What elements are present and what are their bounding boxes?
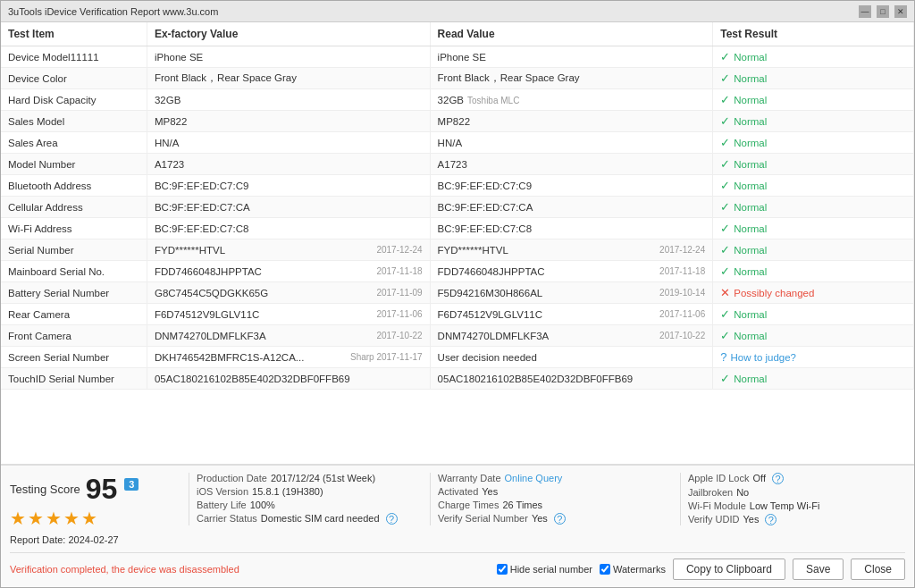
table-row: Hard Disk Capacity32GB32GBToshiba MLC✓No… [1,89,914,111]
cell-test-item: Model Number [1,154,147,175]
table-row: Sales AreaHN/AHN/A✓Normal [1,132,914,154]
result-normal: ✓Normal [720,307,906,321]
watermarks-label[interactable]: Watermarks [600,564,666,575]
info-key: Battery Life [197,500,247,510]
cell-test-item: Device Color [1,68,147,89]
check-icon: ✓ [720,136,730,149]
cell-test-result: ✓Normal [713,175,914,197]
cell-test-result: ✓Normal [713,239,914,261]
result-normal: ✓Normal [720,243,906,256]
cell-ex-factory: A1723 [147,154,430,175]
info-row: Production Date 2017/12/24 (51st Week) [197,473,423,483]
cell-read-value: BC:9F:EF:ED:C7:C9 [430,175,713,197]
table-row: Mainboard Serial No.FDD7466048JHPPTAC201… [1,261,914,282]
score-section: Testing Score 95 3 ★★★★★ Report Date: 20… [10,473,189,545]
info-row: Jailbroken No [688,487,914,498]
table-row: Screen Serial NumberDKH746542BMFRC1S-A12… [1,347,914,368]
cell-test-item: Mainboard Serial No. [1,261,147,282]
table-row: Cellular AddressBC:9F:EF:ED:C7:CABC:9F:E… [1,197,914,218]
cell-ex-factory: BC:9F:EF:ED:C7:C8 [147,218,430,239]
title-bar: 3uTools iDevice Verification Report www.… [1,1,914,22]
result-normal: ✓Normal [720,50,906,63]
cell-test-result: ✓Normal [713,304,914,325]
save-button[interactable]: Save [793,559,844,580]
table-row: Bluetooth AddressBC:9F:EF:ED:C7:C9BC:9F:… [1,175,914,197]
cell-ex-factory: 32GB [147,89,430,111]
check-icon: ✓ [720,222,730,235]
question-icon: ? [720,350,726,364]
check-icon: ✓ [720,157,730,171]
header-ex-factory: Ex-factory Value [147,22,430,46]
hide-serial-checkbox[interactable] [497,564,508,575]
close-window-button[interactable]: ✕ [894,5,907,18]
check-icon: ✓ [720,329,730,342]
help-icon[interactable]: ? [554,513,566,525]
check-icon: ✓ [720,243,730,256]
cell-ex-factory: DKH746542BMFRC1S-A12CA...Sharp 2017-11-1… [147,347,430,368]
actions-right: Hide serial number Watermarks Copy to Cl… [497,559,905,580]
close-button[interactable]: Close [851,559,905,580]
info-key: iOS Version [197,486,248,497]
verification-text: Verification completed, the device was d… [10,564,239,575]
info-value[interactable]: Online Query [505,473,563,483]
check-icon: ✓ [720,372,730,385]
check-icon: ✓ [720,265,730,278]
score-number: 95 [86,473,118,506]
info-col-1: Production Date 2017/12/24 (51st Week)iO… [189,473,430,525]
table-row: Sales ModelMP822MP822✓Normal [1,111,914,132]
cell-read-value: FYD******HTVL2017-12-24 [430,239,713,261]
cell-read-value: 32GBToshiba MLC [430,89,713,111]
bottom-info-row: Testing Score 95 3 ★★★★★ Report Date: 20… [10,473,905,545]
cell-read-value: BC:9F:EF:ED:C7:CA [430,197,713,218]
minimize-button[interactable]: — [859,5,871,18]
help-icon[interactable]: ? [765,514,776,525]
info-key: Warranty Date [438,473,501,483]
copy-clipboard-button[interactable]: Copy to Clipboard [673,559,785,580]
info-key: Carrier Status [197,513,257,525]
cell-test-result: ✓Normal [713,154,914,175]
watermarks-checkbox[interactable] [600,564,610,575]
info-value: 26 Times [502,500,542,510]
table-row: Front CameraDNM74270LDMFLKF3A2017-10-22D… [1,325,914,347]
info-row: Verify Serial Number Yes? [438,513,673,525]
table-header-row: Test Item Ex-factory Value Read Value Te… [1,22,914,46]
cell-read-value: FDD7466048JHPPTAC2017-11-18 [430,261,713,282]
cell-test-result: ✓Normal [713,68,914,89]
table-row: TouchID Serial Number05AC180216102B85E40… [1,368,914,390]
result-judge: ?How to judge? [720,350,906,364]
cell-ex-factory: FDD7466048JHPPTAC2017-11-18 [147,261,430,282]
info-value: No [736,487,749,498]
cell-test-item: Bluetooth Address [1,175,147,197]
info-value: Domestic SIM card needed [261,513,380,525]
table-row: Serial NumberFYD******HTVL2017-12-24FYD*… [1,239,914,261]
hide-serial-label[interactable]: Hide serial number [497,564,592,575]
help-icon[interactable]: ? [386,513,398,525]
help-icon[interactable]: ? [772,473,784,484]
cell-ex-factory: MP822 [147,111,430,132]
info-row: Wi-Fi Module Low Temp Wi-Fi [688,500,914,511]
info-value: Off [752,473,765,484]
title-bar-text: 3uTools iDevice Verification Report www.… [8,6,218,17]
result-normal: ✓Normal [720,93,906,106]
cell-read-value: HN/A [430,132,713,154]
info-key: Verify Serial Number [438,513,528,525]
cell-read-value: BC:9F:EF:ED:C7:C8 [430,218,713,239]
cell-read-value: Front Black，Rear Space Gray [430,68,713,89]
check-icon: ✓ [720,179,730,192]
cell-ex-factory: DNM74270LDMFLKF3A2017-10-22 [147,325,430,347]
info-key: Charge Times [438,500,499,510]
info-value: Low Temp Wi-Fi [750,500,820,511]
info-col-2: Warranty Date Online QueryActivated YesC… [430,473,680,525]
cell-test-item: Screen Serial Number [1,347,147,368]
cell-test-item: Serial Number [1,239,147,261]
cell-read-value: A1723 [430,154,713,175]
maximize-button[interactable]: □ [877,5,889,18]
info-row: iOS Version 15.8.1 (19H380) [197,486,423,497]
cell-ex-factory: 05AC180216102B85E402D32DBF0FFB69 [147,368,430,390]
check-icon: ✓ [720,114,730,128]
result-normal: ✓Normal [720,71,906,85]
report-date: Report Date: 2024-02-27 [10,534,119,545]
result-normal: ✓Normal [720,136,906,149]
cell-ex-factory: G8C7454C5QDGKK65G2017-11-09 [147,282,430,304]
bottom-actions: Verification completed, the device was d… [10,552,905,580]
